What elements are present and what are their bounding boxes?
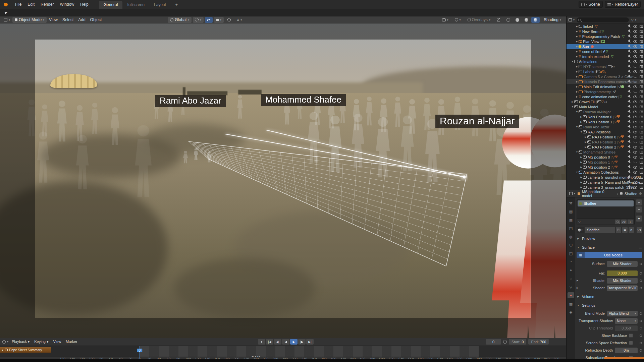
render-visibility-camera-icon[interactable] bbox=[640, 116, 643, 118]
blender-logo-icon[interactable] bbox=[3, 2, 9, 7]
panel-settings[interactable]: ▼Settings bbox=[577, 302, 642, 308]
render-visibility-camera-icon[interactable] bbox=[640, 126, 643, 128]
outliner-row-photogrammetry-patch[interactable]: ▶▽Photogrammetry Patch|▽ bbox=[567, 34, 644, 39]
animate-dot[interactable] bbox=[640, 320, 642, 322]
panel-menu-icon[interactable]: ☰ bbox=[639, 245, 642, 249]
selectable-icon[interactable] bbox=[628, 135, 632, 139]
animate-dot[interactable] bbox=[640, 263, 642, 265]
eye-icon[interactable] bbox=[633, 136, 637, 138]
filter-funnel-icon[interactable]: ▽ bbox=[578, 220, 581, 224]
render-visibility-camera-icon[interactable] bbox=[640, 131, 643, 133]
overlays-toggle[interactable]: Overlays▾ bbox=[465, 17, 493, 23]
panel-volume[interactable]: ▶Volume bbox=[577, 293, 642, 300]
animate-dot[interactable] bbox=[640, 272, 642, 275]
remove-slot-button[interactable]: − bbox=[636, 206, 642, 213]
render-visibility-camera-icon[interactable] bbox=[640, 65, 643, 68]
menu-render[interactable]: Render bbox=[38, 1, 57, 8]
outliner-row-camera-5-camera-3-cone[interactable]: ▶Camera 5 > Camera 3 > Cone bbox=[567, 74, 644, 79]
play-reverse-button[interactable]: ◀ bbox=[282, 339, 289, 345]
frame-start-field[interactable]: Start: 0 bbox=[509, 339, 526, 345]
shading-material-button[interactable] bbox=[522, 17, 531, 23]
eye-icon[interactable] bbox=[633, 186, 637, 189]
selectable-icon[interactable] bbox=[628, 180, 632, 184]
viewport-menu-object[interactable]: Object bbox=[88, 17, 104, 23]
outliner-row-sun[interactable]: ▶Sun| bbox=[567, 44, 644, 49]
scene-selector[interactable]: ▾ Scene bbox=[579, 1, 603, 8]
viewport-menu-add[interactable]: Add bbox=[76, 17, 88, 23]
selectable-icon[interactable] bbox=[628, 54, 632, 58]
eye-icon[interactable] bbox=[633, 25, 637, 28]
selectable-icon[interactable] bbox=[628, 165, 632, 169]
properties-tab-output[interactable]: ▦ bbox=[568, 217, 574, 223]
render-visibility-camera-icon[interactable] bbox=[640, 101, 643, 103]
selectable-icon[interactable] bbox=[628, 39, 632, 43]
properties-tab-material[interactable]: ● bbox=[568, 292, 574, 298]
selectable-icon[interactable] bbox=[628, 170, 632, 174]
render-visibility-camera-icon[interactable] bbox=[640, 45, 643, 48]
snap-toggle[interactable] bbox=[205, 17, 213, 23]
outliner-row-rouzan-al-najjar[interactable]: ▼Rouzan al-Najjar bbox=[567, 109, 644, 114]
render-visibility-camera-icon[interactable] bbox=[640, 136, 643, 138]
selectable-icon[interactable] bbox=[628, 155, 632, 159]
selectable-icon[interactable] bbox=[628, 64, 632, 68]
outliner-row-plan-view[interactable]: ▶Plan View| bbox=[567, 39, 644, 44]
refraction-depth-field[interactable]: 0m bbox=[615, 348, 638, 353]
shading-rendered-button[interactable] bbox=[531, 17, 540, 23]
eye-icon[interactable] bbox=[633, 146, 637, 148]
selectable-icon[interactable] bbox=[628, 140, 632, 144]
workspace-tab-fullscreen[interactable]: fullscreen bbox=[122, 1, 149, 9]
outliner-row-cone-animation-cutter[interactable]: ▶▽cone animation cutter|▽ bbox=[567, 94, 644, 99]
selectable-icon[interactable] bbox=[628, 95, 632, 99]
selectable-icon[interactable] bbox=[628, 125, 632, 129]
proportional-editing-toggle[interactable] bbox=[225, 17, 233, 23]
selectable-icon[interactable] bbox=[628, 110, 632, 114]
animate-dot[interactable] bbox=[640, 349, 642, 352]
outliner-options-button[interactable]: ☰ bbox=[638, 17, 643, 23]
outliner-row-camera-5-rami-and-moh-visible-[interactable]: ▶camera 5_Rami and Moh visible_ bbox=[567, 180, 644, 185]
render-visibility-camera-icon[interactable] bbox=[640, 96, 643, 98]
properties-tab-object[interactable]: ◰ bbox=[568, 250, 574, 256]
shading-solid-button[interactable] bbox=[513, 17, 522, 23]
menu-edit[interactable]: Edit bbox=[24, 1, 38, 8]
play-button[interactable]: ▶ bbox=[290, 339, 298, 345]
properties-tab-modifiers[interactable]: ◔ bbox=[568, 259, 574, 265]
outliner-row-new-berm[interactable]: ▶▽New Berm|▽ bbox=[567, 29, 644, 34]
selectable-icon[interactable] bbox=[628, 49, 632, 53]
unlink-material-button[interactable]: ✕ bbox=[629, 227, 634, 233]
outliner-row-ms-position-0[interactable]: ▶MS position 0|▽Ψ bbox=[567, 155, 644, 160]
animate-dot[interactable] bbox=[640, 287, 642, 289]
timeline-menu-view[interactable]: View bbox=[51, 339, 63, 345]
selectable-icon[interactable] bbox=[628, 69, 632, 73]
eye-icon[interactable] bbox=[633, 121, 637, 123]
dopesheet-summary-channel[interactable]: ▼ Dope Sheet Summary bbox=[0, 347, 51, 353]
shading-dropdown[interactable]: Shading▾ bbox=[541, 17, 564, 23]
render-visibility-camera-icon[interactable] bbox=[640, 25, 643, 28]
breadcrumb-material[interactable]: Shaffee bbox=[625, 192, 637, 196]
ssr-checkbox[interactable] bbox=[629, 341, 633, 345]
eye-icon[interactable] bbox=[633, 66, 637, 68]
frame-end-field[interactable]: End: 700 bbox=[528, 339, 549, 345]
timeline-menu-keying[interactable]: Keying ▾ bbox=[32, 339, 51, 345]
selectable-icon[interactable] bbox=[628, 59, 632, 63]
animate-dot[interactable] bbox=[640, 280, 642, 282]
selectable-icon[interactable] bbox=[628, 160, 632, 164]
properties-tab-render[interactable]: ▤ bbox=[568, 208, 574, 215]
render-visibility-camera-icon[interactable] bbox=[640, 186, 643, 189]
selectable-icon[interactable] bbox=[628, 130, 632, 134]
editor-type-button[interactable]: ▾ bbox=[1, 17, 12, 23]
outliner-row-camera-3-grass-patch-3190[interactable]: ▶camera 3_grass patch_3190 bbox=[567, 185, 644, 190]
render-visibility-camera-icon[interactable] bbox=[640, 90, 643, 93]
outliner-row-main-edit-animation[interactable]: ▶Main Edit Animation|↺ bbox=[567, 84, 644, 89]
add-slot-button[interactable]: ＋ bbox=[636, 199, 642, 205]
render-visibility-camera-icon[interactable] bbox=[640, 30, 643, 33]
material-name-field[interactable]: Shaffee bbox=[585, 227, 615, 233]
eye-icon[interactable] bbox=[633, 106, 637, 108]
animate-dot[interactable] bbox=[640, 342, 642, 344]
jump-start-button[interactable]: |◀ bbox=[266, 339, 273, 345]
render-visibility-camera-icon[interactable] bbox=[640, 70, 643, 73]
properties-tab-scene[interactable]: ◍ bbox=[568, 234, 574, 240]
pivot-point-dropdown[interactable]: ▾ bbox=[193, 17, 204, 23]
eye-icon[interactable] bbox=[633, 60, 637, 63]
xray-toggle[interactable] bbox=[494, 17, 502, 23]
selectable-icon[interactable] bbox=[628, 145, 632, 149]
